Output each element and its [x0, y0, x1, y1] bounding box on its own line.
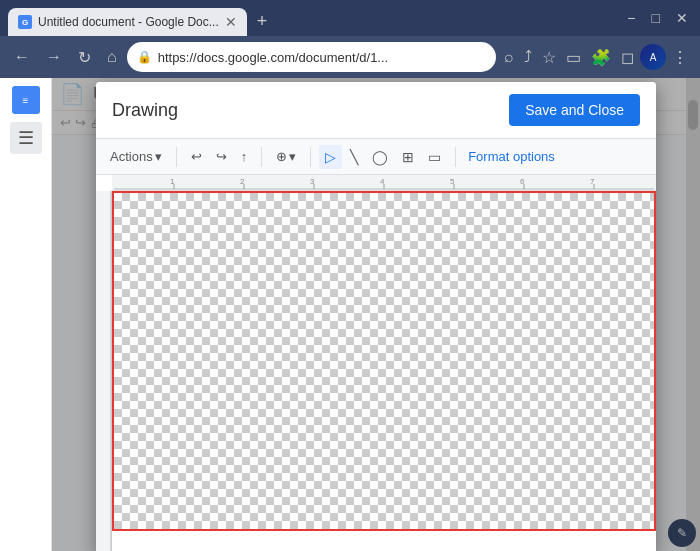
tab-favicon: G	[18, 15, 32, 29]
toolbar-sep-1	[176, 147, 177, 167]
drawing-canvas-container	[112, 191, 656, 551]
toolbar-zoom-group: ⊕ ▾	[270, 145, 302, 168]
close-button[interactable]: ✕	[672, 8, 692, 28]
back-button[interactable]: ←	[8, 44, 36, 70]
docs-page-icon: ☰	[10, 122, 42, 154]
forward-button[interactable]: →	[40, 44, 68, 70]
actions-button[interactable]: Actions ▾	[104, 145, 168, 168]
left-ruler	[96, 191, 112, 551]
search-icon[interactable]: ⌕	[500, 44, 518, 70]
nav-icons: ⌕ ⤴ ☆ ▭ 🧩 ◻ A ⋮	[500, 44, 692, 71]
zoom-button[interactable]: ⊕ ▾	[270, 145, 302, 168]
tab-title: Untitled document - Google Doc...	[38, 15, 219, 29]
canvas-wrapper: 1 2 3 4 5 6 7	[96, 175, 656, 551]
minimize-button[interactable]: −	[623, 8, 639, 28]
window-controls: − □ ✕	[623, 8, 692, 28]
address-text: https://docs.google.com/document/d/1...	[158, 50, 486, 65]
shape-tool-button[interactable]: ◯	[366, 145, 394, 169]
svg-text:7: 7	[590, 177, 595, 186]
ruler-svg: 1 2 3 4 5 6 7	[114, 174, 654, 190]
nav-bar: ← → ↻ ⌂ 🔒 https://docs.google.com/docume…	[0, 36, 700, 78]
select-tool-button[interactable]: ▷	[319, 145, 342, 169]
docs-main: 📄 Untit... File ↩ ↪ 🖨 Drawing Save and C…	[52, 78, 700, 551]
svg-text:6: 6	[520, 177, 525, 186]
bookmark-icon[interactable]: ☆	[538, 44, 560, 71]
toolbar-history-group: ↩ ↪ ↑	[185, 145, 254, 168]
toolbar-sep-4	[455, 147, 456, 167]
address-bar[interactable]: 🔒 https://docs.google.com/document/d/1..…	[127, 42, 496, 72]
drawing-canvas[interactable]	[112, 191, 656, 531]
home-button[interactable]: ⌂	[101, 44, 123, 70]
title-bar: G Untitled document - Google Doc... ✕ + …	[0, 0, 700, 36]
page-area: ≡ ☰ 📄 Untit... File ↩ ↪ 🖨	[0, 78, 700, 551]
maximize-button[interactable]: □	[648, 8, 664, 28]
toolbar-sep-3	[310, 147, 311, 167]
paint-format-button[interactable]: ↑	[235, 145, 254, 168]
new-tab-button[interactable]: +	[251, 9, 274, 34]
menu-icon[interactable]: ⋮	[668, 44, 692, 71]
browser-frame: G Untitled document - Google Doc... ✕ + …	[0, 0, 700, 551]
profile-icon[interactable]: ◻	[617, 44, 638, 71]
tab-close-button[interactable]: ✕	[225, 14, 237, 30]
cast-icon[interactable]: ▭	[562, 44, 585, 71]
toolbar-actions-group: Actions ▾	[104, 145, 168, 168]
top-ruler: 1 2 3 4 5 6 7	[112, 175, 656, 191]
left-ruler-svg	[96, 191, 112, 551]
docs-logo: ≡	[12, 86, 40, 114]
svg-text:3: 3	[310, 177, 315, 186]
tab-bar: G Untitled document - Google Doc... ✕ +	[8, 0, 611, 36]
image-tool-button[interactable]: ▭	[422, 145, 447, 169]
active-tab[interactable]: G Untitled document - Google Doc... ✕	[8, 8, 247, 36]
dialog-title: Drawing	[112, 100, 178, 121]
toolbar-tools-group: ▷ ╲ ◯ ⊞ ▭	[319, 145, 447, 169]
share-icon[interactable]: ⤴	[520, 44, 536, 70]
refresh-button[interactable]: ↻	[72, 44, 97, 71]
redo-button[interactable]: ↪	[210, 145, 233, 168]
dialog-header: Drawing Save and Close	[96, 82, 656, 139]
save-close-button[interactable]: Save and Close	[509, 94, 640, 126]
svg-text:1: 1	[170, 177, 175, 186]
dialog-overlay: Drawing Save and Close Actions ▾	[52, 78, 700, 551]
format-options-link[interactable]: Format options	[468, 149, 555, 164]
lock-icon: 🔒	[137, 50, 152, 64]
toolbar-sep-2	[261, 147, 262, 167]
undo-button[interactable]: ↩	[185, 145, 208, 168]
chrome-avatar[interactable]: A	[640, 44, 666, 70]
svg-text:4: 4	[380, 177, 385, 186]
svg-text:5: 5	[450, 177, 455, 186]
drawing-toolbar: Actions ▾ ↩ ↪ ↑	[96, 139, 656, 175]
text-tool-button[interactable]: ⊞	[396, 145, 420, 169]
docs-sidebar: ≡ ☰	[0, 78, 52, 551]
svg-text:2: 2	[240, 177, 245, 186]
extensions-icon[interactable]: 🧩	[587, 44, 615, 71]
drawing-dialog: Drawing Save and Close Actions ▾	[96, 82, 656, 551]
line-tool-button[interactable]: ╲	[344, 145, 364, 169]
